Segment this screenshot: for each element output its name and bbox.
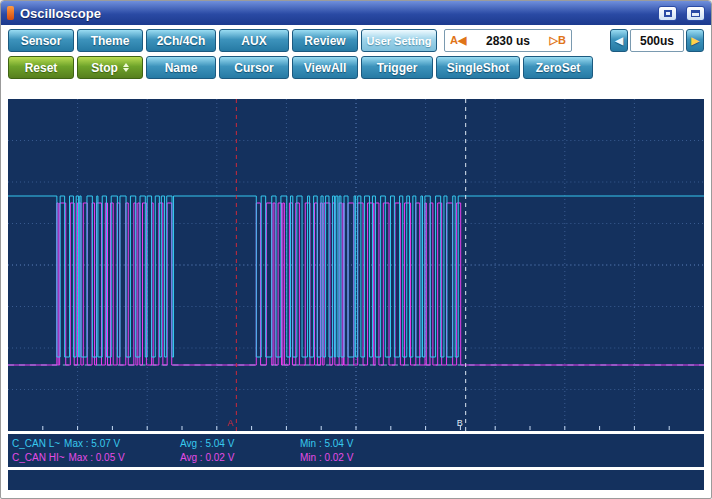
toolbar-top: Sensor Theme 2Ch/4Ch AUX Review User Set… (1, 25, 711, 53)
cursor-ab-readout: A◀ 2830 us ▷B (444, 29, 572, 52)
cursor-button[interactable]: Cursor (219, 56, 289, 79)
reset-button[interactable]: Reset (8, 56, 74, 79)
svg-text:A: A (227, 418, 233, 428)
timebase-value: 500us (630, 29, 684, 52)
titlebar: Oscilloscope (1, 1, 711, 25)
viewall-button[interactable]: ViewAll (292, 56, 358, 79)
stop-label: Stop (91, 61, 118, 75)
window-restore-button[interactable] (658, 6, 677, 21)
ch2-avg-value: Avg : 0.02 V (180, 452, 300, 463)
svg-text:B: B (457, 418, 463, 428)
trigger-button[interactable]: Trigger (361, 56, 433, 79)
timebase-controls: ◀ 500us ▶ (610, 29, 704, 52)
timebase-next-button[interactable]: ▶ (686, 29, 704, 52)
ch2-min-value: Min : 0.02 V (300, 452, 420, 463)
zeroset-button[interactable]: ZeroSet (523, 56, 593, 79)
timebase-prev-button[interactable]: ◀ (610, 29, 628, 52)
user-setting-button[interactable]: User Setting (361, 29, 437, 52)
ch2-label: C_CAN HI~ (12, 452, 65, 463)
waveform-plot: AB (8, 99, 704, 431)
measurement-row-ch1: C_CAN L~ Max : 5.07 V Avg : 5.04 V Min :… (12, 436, 700, 450)
ch2-max-value: Max : 0.05 V (69, 452, 125, 463)
review-button[interactable]: Review (292, 29, 358, 52)
restore-icon (664, 10, 672, 17)
channel-mode-button[interactable]: 2Ch/4Ch (146, 29, 216, 52)
ch1-max-value: Max : 5.07 V (64, 438, 120, 449)
scope-display[interactable]: AB (8, 99, 704, 431)
stop-spinner-icon (123, 63, 129, 72)
ch1-min-value: Min : 5.04 V (300, 438, 420, 449)
ch2-max-readout: C_CAN HI~ Max : 0.05 V (12, 452, 180, 463)
theme-button[interactable]: Theme (77, 29, 143, 52)
stop-button[interactable]: Stop (77, 56, 143, 79)
cursor-b-marker: ▷B (550, 34, 566, 47)
minimize-icon (691, 10, 700, 17)
cursor-delta-value: 2830 us (486, 34, 530, 48)
left-arrow-icon: ◀ (615, 36, 623, 46)
ch1-max-readout: C_CAN L~ Max : 5.07 V (12, 438, 180, 449)
cursor-a-marker: A◀ (450, 34, 466, 47)
window-minimize-button[interactable] (686, 6, 705, 21)
toolbar-bottom: Reset Stop Name Cursor ViewAll Trigger S… (1, 53, 711, 83)
right-arrow-icon: ▶ (691, 36, 699, 46)
sensor-button[interactable]: Sensor (8, 29, 74, 52)
name-button[interactable]: Name (146, 56, 216, 79)
ch1-avg-value: Avg : 5.04 V (180, 438, 300, 449)
measurement-panel: C_CAN L~ Max : 5.07 V Avg : 5.04 V Min :… (8, 434, 704, 467)
singleshot-button[interactable]: SingleShot (436, 56, 520, 79)
window-title: Oscilloscope (20, 6, 649, 21)
app-icon (7, 6, 14, 20)
oscilloscope-window: Oscilloscope Sensor Theme 2Ch/4Ch AUX Re… (0, 0, 712, 499)
status-strip (8, 470, 704, 490)
measurement-row-ch2: C_CAN HI~ Max : 0.05 V Avg : 0.02 V Min … (12, 450, 700, 464)
ch1-label: C_CAN L~ (12, 438, 60, 449)
aux-button[interactable]: AUX (219, 29, 289, 52)
